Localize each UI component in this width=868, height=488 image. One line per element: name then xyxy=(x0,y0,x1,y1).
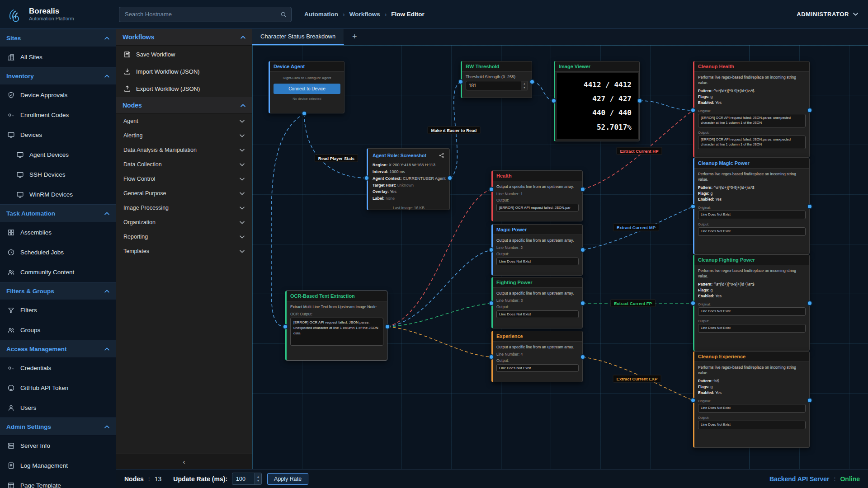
output-box[interactable]: Line Does Not Exist xyxy=(496,310,579,318)
flow-canvas[interactable]: Device Agent Right-Click to Configure Ag… xyxy=(252,45,868,469)
pattern-line: Pattern: %$ xyxy=(698,378,806,384)
search-input[interactable] xyxy=(119,7,292,22)
node-category-image-processing[interactable]: Image Processing xyxy=(116,201,252,215)
node-bw-threshold[interactable]: BW Threshold Threshold Strength (0–255):… xyxy=(461,61,532,98)
sidebar-item-credentials[interactable]: Credentials xyxy=(0,358,116,378)
node-description: Performs live regex-based find/replace o… xyxy=(698,171,806,183)
original-box[interactable]: [ERROR] OCR API request failed: JSON.par… xyxy=(698,114,806,127)
number-spinner[interactable]: ▲▼ xyxy=(521,81,528,90)
backend-status-badge: Online xyxy=(840,475,860,483)
apply-rate-button[interactable]: Apply Rate xyxy=(267,473,308,485)
output-box[interactable]: Line Does Not Exist xyxy=(698,324,806,333)
screenshot-label: Label: none xyxy=(373,195,445,202)
sidebar-item-community-content[interactable]: Community Content xyxy=(0,262,116,282)
sidebar-item-winrm-devices[interactable]: WinRM Devices xyxy=(0,184,116,204)
chevron-up-icon xyxy=(241,36,245,39)
share-icon[interactable] xyxy=(439,152,445,159)
node-cleanup-health[interactable]: Cleanup Health Performs live regex-based… xyxy=(693,61,810,158)
output-box[interactable]: Line Does Not Exist xyxy=(698,227,806,236)
sidebar-item-github-api-token[interactable]: GitHub API Token xyxy=(0,378,116,398)
user-menu[interactable]: ADMINISTRATOR xyxy=(797,11,858,18)
output-box[interactable]: Line Does Not Exist xyxy=(496,364,579,372)
node-magic-power[interactable]: Magic Power Output a specific line from … xyxy=(491,224,583,276)
export-workflow-button[interactable]: Export Workflow (JSON) xyxy=(116,80,252,97)
chevron-down-icon xyxy=(240,163,245,166)
sidebar-item-ssh-devices[interactable]: SSH Devices xyxy=(0,164,116,184)
sidebar-item-devices[interactable]: Devices xyxy=(0,125,116,145)
section-inventory[interactable]: Inventory xyxy=(0,67,116,85)
output-box[interactable]: [ERROR] OCR API request failed: JSON.par xyxy=(496,204,579,211)
original-box[interactable]: Line Does Not Exist xyxy=(698,307,806,316)
node-fighting-power[interactable]: Fighting Power Output a specific line fr… xyxy=(491,277,583,328)
number-spinner[interactable]: ▲▼ xyxy=(255,473,261,484)
sidebar-item-enrollment-codes[interactable]: Enrollment Codes xyxy=(0,105,116,125)
ocr-output-box[interactable]: [ERROR] OCR API request failed: JSON.par… xyxy=(290,318,383,346)
sidebar-item-page-template[interactable]: Page Template xyxy=(0,475,116,488)
sidebar-item-device-approvals[interactable]: Device Approvals xyxy=(0,85,116,105)
ocr-output-label: OCR Output: xyxy=(290,312,383,316)
node-cleanup-fighting-power[interactable]: Cleanup Fighting Power Performs live reg… xyxy=(693,254,810,351)
node-cleanup-experience[interactable]: Cleanup Experience Performs live regex-b… xyxy=(693,351,810,448)
sidebar-item-agent-devices[interactable]: Agent Devices xyxy=(0,145,116,164)
add-tab-button[interactable]: + xyxy=(344,29,365,45)
node-cleanup-magic-power[interactable]: Cleanup Magic Power Performs live regex-… xyxy=(693,158,810,254)
node-health[interactable]: Health Output a specific line from an up… xyxy=(491,170,583,221)
sidebar-item-server-info[interactable]: Server Info xyxy=(0,436,116,455)
node-agent-role-screenshot[interactable]: Agent Role: Screenshot Region: X:200 Y:4… xyxy=(367,148,450,210)
sidebar-item-groups[interactable]: Groups xyxy=(0,320,116,340)
colon-separator: : xyxy=(148,475,150,483)
section-access-management[interactable]: Access Management xyxy=(0,340,116,358)
sidebar-item-assemblies[interactable]: Assemblies xyxy=(0,222,116,242)
device-status: No device selected xyxy=(274,97,340,101)
output-box[interactable]: [ERROR] OCR API request failed: JSON.par… xyxy=(698,136,806,149)
sidebar-item-all-sites[interactable]: All Sites xyxy=(0,47,116,67)
sidebar-item-filters[interactable]: Filters xyxy=(0,300,116,320)
node-description: Performs live regex-based find/replace o… xyxy=(698,268,806,279)
section-filters-groups[interactable]: Filters & Groups xyxy=(0,282,116,300)
person-icon xyxy=(7,404,15,412)
node-category-agent[interactable]: Agent xyxy=(116,114,252,128)
node-category-reporting[interactable]: Reporting xyxy=(116,230,252,244)
nodes-section-header[interactable]: Nodes xyxy=(116,97,252,114)
viewer-line: 52.7017% xyxy=(563,120,632,134)
edge-label-extract-current-hp: Extract Current HP xyxy=(617,147,662,155)
node-ocr-text-extraction[interactable]: OCR-Based Text Extraction Extract Multi-… xyxy=(285,291,387,361)
breadcrumb-workflows[interactable]: Workflows xyxy=(349,11,380,18)
node-category-data-collection[interactable]: Data Collection xyxy=(116,157,252,172)
node-category-organization[interactable]: Organization xyxy=(116,215,252,230)
original-box[interactable]: Line Does Not Exist xyxy=(698,404,806,413)
original-box[interactable]: Line Does Not Exist xyxy=(698,211,806,219)
output-box[interactable]: Line Does Not Exist xyxy=(496,258,579,265)
tab-character-status-breakdown[interactable]: Character Status Breakdown xyxy=(252,29,344,45)
node-category-data-analysis[interactable]: Data Analysis & Manipulation xyxy=(116,143,252,157)
sidebar-item-scheduled-jobs[interactable]: Scheduled Jobs xyxy=(0,242,116,262)
output-label: Output: xyxy=(698,319,806,323)
user-label: ADMINISTRATOR xyxy=(797,11,849,18)
sidebar-item-label: Credentials xyxy=(20,365,51,371)
node-description: Performs live regex-based find/replace o… xyxy=(698,75,806,86)
node-category-alerting[interactable]: Alerting xyxy=(116,128,252,143)
node-category-templates[interactable]: Templates xyxy=(116,244,252,258)
collapse-panel-button[interactable]: ‹ xyxy=(116,454,252,469)
action-label: Save Workflow xyxy=(136,51,175,58)
connect-to-device-button[interactable]: Connect to Device xyxy=(274,84,340,94)
sidebar-item-label: Device Approvals xyxy=(20,92,67,99)
output-box[interactable]: Line Does Not Exist xyxy=(698,421,806,429)
section-task-automation[interactable]: Task Automation xyxy=(0,204,116,222)
clock-icon xyxy=(7,249,15,256)
node-category-general-purpose[interactable]: General Purpose xyxy=(116,186,252,201)
threshold-input[interactable] xyxy=(466,81,528,90)
section-admin-settings[interactable]: Admin Settings xyxy=(0,418,116,436)
sidebar-item-users[interactable]: Users xyxy=(0,398,116,418)
save-workflow-button[interactable]: Save Workflow xyxy=(116,46,252,63)
workflows-section-header[interactable]: Workflows xyxy=(116,29,252,46)
node-experience[interactable]: Experience Output a specific line from a… xyxy=(491,331,583,382)
enabled-line: Enabled: Yes xyxy=(698,197,806,202)
node-category-flow-control[interactable]: Flow Control xyxy=(116,172,252,186)
breadcrumb-automation[interactable]: Automation xyxy=(304,11,338,18)
node-image-viewer[interactable]: Image Viewer 4412 / 4412 427 / 427 440 /… xyxy=(554,61,640,141)
sidebar-item-log-management[interactable]: Log Management xyxy=(0,455,116,475)
node-device-agent[interactable]: Device Agent Right-Click to Configure Ag… xyxy=(269,61,344,113)
import-workflow-button[interactable]: Import Workflow (JSON) xyxy=(116,63,252,80)
section-sites[interactable]: Sites xyxy=(0,29,116,47)
